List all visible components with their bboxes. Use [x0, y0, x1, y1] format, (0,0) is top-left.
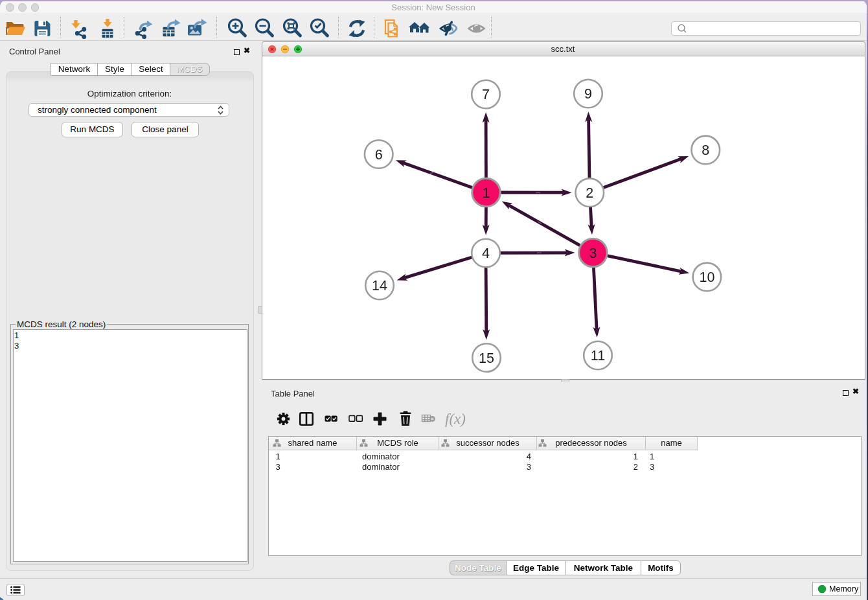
svg-text:14: 14: [372, 278, 387, 294]
svg-text:1: 1: [483, 185, 490, 201]
svg-text:11: 11: [591, 348, 605, 363]
svg-text:9: 9: [584, 86, 592, 102]
svg-text:10: 10: [699, 270, 714, 285]
svg-text:f(x): f(x): [445, 411, 466, 427]
svg-text:8: 8: [702, 143, 709, 158]
svg-text:6: 6: [375, 147, 383, 163]
svg-text:2: 2: [586, 185, 593, 201]
svg-text:7: 7: [482, 87, 490, 102]
svg-text:15: 15: [479, 351, 494, 366]
svg-text:3: 3: [589, 246, 597, 261]
svg-text:4: 4: [482, 246, 490, 261]
